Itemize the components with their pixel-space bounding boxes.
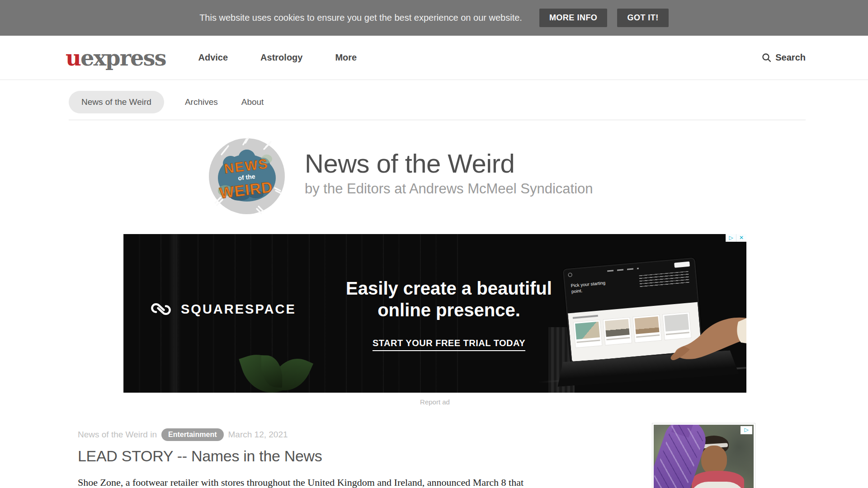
cookie-message: This website uses cookies to ensure you …: [199, 13, 522, 23]
subnav-item-about[interactable]: About: [239, 91, 267, 113]
main-nav: Advice Astrology More: [198, 52, 357, 63]
nav-item-astrology[interactable]: Astrology: [260, 52, 302, 63]
laptop-illustration: Pick your starting point.: [557, 256, 746, 393]
squarespace-wordmark: SQUARESPACE: [181, 302, 296, 317]
article-heading: LEAD STORY -- Names in the News: [78, 447, 620, 465]
meta-prefix: News of the Weird in: [78, 430, 157, 440]
article-date: March 12, 2021: [228, 430, 288, 440]
subnav-item-news-of-the-weird[interactable]: News of the Weird: [69, 91, 164, 113]
logo-first-letter: u: [66, 45, 80, 70]
feature-header: NEWS of the WEIRD News of the Weird by t…: [208, 137, 868, 215]
sidebar-adchoices-icon[interactable]: ▷: [741, 426, 752, 434]
page-byline: by the Editors at Andrews McMeel Syndica…: [305, 181, 593, 197]
nav-item-advice[interactable]: Advice: [198, 52, 228, 63]
report-ad-link[interactable]: Report ad: [123, 398, 746, 406]
cookie-banner: This website uses cookies to ensure you …: [0, 0, 868, 36]
logo-rest: express: [80, 45, 166, 70]
nav-item-more[interactable]: More: [335, 52, 357, 63]
got-it-button[interactable]: GOT IT!: [617, 9, 669, 27]
uexpress-logo[interactable]: uexpress: [66, 47, 166, 69]
free-trial-cta-link[interactable]: START YOUR FREE TRIAL TODAY: [373, 338, 525, 351]
subnav-item-archives[interactable]: Archives: [182, 91, 221, 113]
sidebar-ad-photo: ▷: [654, 425, 754, 488]
search-button[interactable]: Search: [762, 52, 806, 63]
ad-headline-line2: online presence.: [313, 299, 585, 321]
more-info-button[interactable]: MORE INFO: [539, 9, 608, 27]
subnav: News of the Weird Archives About: [69, 80, 806, 120]
cookie-buttons: MORE INFO GOT IT!: [539, 9, 669, 27]
site-header: uexpress Advice Astrology More Search: [0, 36, 868, 80]
squarespace-ad-banner[interactable]: SQUARESPACE Easily create a beautiful on…: [123, 234, 746, 393]
ad-close-icon[interactable]: ✕: [736, 234, 746, 242]
news-of-the-weird-badge: NEWS of the WEIRD: [208, 137, 286, 215]
search-label: Search: [775, 52, 806, 63]
article-meta: News of the Weird in Entertainment March…: [78, 428, 620, 441]
plant-decoration: [236, 337, 326, 393]
squarespace-logo: SQUARESPACE: [149, 297, 296, 321]
page-title: News of the Weird: [305, 149, 593, 178]
ad-headline-line1: Easily create a beautiful: [313, 277, 585, 299]
sidebar-display-ad[interactable]: ▷: [652, 423, 755, 488]
article: News of the Weird in Entertainment March…: [78, 428, 620, 488]
category-badge[interactable]: Entertainment: [161, 428, 224, 441]
laptop-screen-caption: Pick your starting point.: [571, 280, 607, 295]
ad-copy: Easily create a beautiful online presenc…: [313, 277, 585, 351]
feature-text: News of the Weird by the Editors at Andr…: [305, 137, 593, 215]
pointing-hand: [632, 309, 746, 377]
adchoices-icon[interactable]: ▷: [726, 234, 736, 242]
article-body-text: Shoe Zone, a footwear retailer with stor…: [78, 475, 620, 488]
ad-corner-controls: ▷ ✕: [726, 234, 746, 242]
squarespace-mark-icon: [149, 297, 173, 321]
search-icon: [762, 53, 771, 62]
kid-face: [701, 446, 727, 474]
